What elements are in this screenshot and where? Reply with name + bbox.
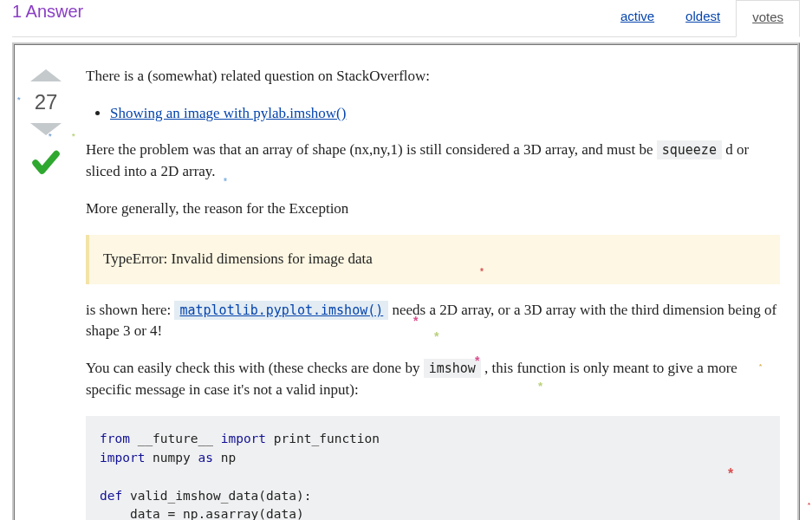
text: Here the problem was that an array of sh… (86, 141, 657, 158)
code-squeeze: squeeze (657, 140, 722, 159)
answer-body: There is a (somewhat) related question o… (70, 66, 780, 520)
accepted-check-icon (30, 147, 62, 183)
code-matplotlib: matplotlib.pyplot.imshow() (174, 301, 388, 320)
downvote-button[interactable] (30, 123, 62, 135)
list-item: Showing an image with pylab.imshow() (110, 103, 780, 125)
paragraph-here: Here the problem was that an array of sh… (86, 140, 780, 182)
code-kw: from (100, 432, 130, 445)
code-kw: def (100, 489, 122, 503)
answer: 27 There is a (somewhat) related questio… (12, 42, 800, 520)
error-text: TypeError: Invalid dimensions for image … (103, 250, 373, 267)
text: You can easily check this with (these ch… (86, 360, 424, 376)
code-text: __future__ (130, 432, 221, 445)
code-kw: as (198, 451, 213, 465)
code-text: data = np.asarray(data) (100, 507, 304, 520)
paragraph-intro: There is a (somewhat) related question o… (86, 66, 780, 88)
code-kw: import (221, 432, 266, 445)
tab-active[interactable]: active (605, 0, 670, 36)
vote-score: 27 (35, 90, 58, 114)
paragraph-easily: You can easily check this with (these ch… (86, 358, 780, 400)
tab-oldest[interactable]: oldest (670, 0, 736, 36)
sort-tabs: active oldest votes (605, 0, 800, 36)
code-kw: import (100, 451, 145, 465)
error-blockquote: TypeError: Invalid dimensions for image … (86, 235, 780, 284)
link-showing-image[interactable]: Showing an image with pylab.imshow() (110, 105, 346, 121)
code-text: valid_imshow_data(data): (122, 489, 311, 503)
upvote-button[interactable] (30, 69, 62, 81)
vote-column: 27 (22, 66, 70, 520)
tab-votes[interactable]: votes (736, 0, 800, 37)
code-text: print_function (266, 432, 380, 445)
related-links-list: Showing an image with pylab.imshow() (110, 103, 780, 125)
answers-header: 1 Answer active oldest votes (12, 0, 800, 37)
code-text: numpy (145, 451, 198, 465)
link-matplotlib-imshow[interactable]: matplotlib.pyplot.imshow() (174, 302, 388, 318)
code-text: np (213, 451, 236, 465)
answer-count: 1 Answer (12, 0, 605, 32)
code-block: from __future__ import print_function im… (86, 416, 780, 520)
text: is shown here: (86, 302, 174, 318)
code-imshow: imshow (424, 359, 481, 378)
paragraph-more-generally: More generally, the reason for the Excep… (86, 198, 780, 220)
paragraph-isshown: is shown here: matplotlib.pyplot.imshow(… (86, 300, 780, 342)
